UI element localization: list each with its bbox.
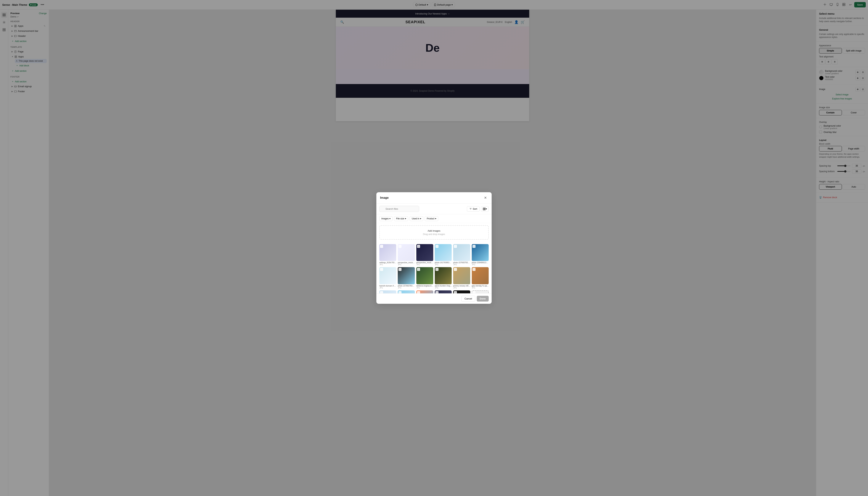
image-item[interactable]: jeremy-vessey-oM...JPG	[453, 267, 470, 289]
image-select-checkbox[interactable]	[417, 268, 420, 271]
done-button[interactable]: Done	[477, 296, 489, 301]
drop-zone-text: Drag and drop images	[384, 233, 484, 235]
image-filetype: JPG	[398, 287, 415, 289]
svg-rect-31	[483, 208, 484, 209]
image-filename: photo-1576837839...	[398, 285, 415, 287]
svg-rect-32	[484, 208, 485, 209]
image-select-checkbox[interactable]	[380, 291, 383, 293]
image-item[interactable]: settings_915fc793-1...JPG	[379, 244, 396, 266]
image-item[interactable]: promo-video-poste...JPG	[435, 290, 452, 293]
image-filetype: JPG	[435, 264, 452, 266]
modal-title: Image	[380, 196, 389, 200]
image-filetype: JPG	[435, 287, 452, 289]
image-filename: jeremy-vessey-oM...	[453, 285, 470, 287]
image-filename: gary-bendig-Yu-qa...	[472, 285, 489, 287]
image-filetype: JPG	[453, 287, 470, 289]
image-filetype: JPG	[416, 287, 433, 289]
image-select-checkbox[interactable]	[399, 291, 401, 293]
image-item[interactable]: photo-1599751449...WEBP	[416, 290, 433, 293]
filter-images-btn[interactable]: Images ▾	[379, 216, 392, 221]
image-filename: photo-1584890131...	[472, 262, 489, 264]
image-select-checkbox[interactable]	[472, 291, 476, 293]
image-select-checkbox[interactable]	[435, 268, 438, 271]
image-item[interactable]: photo-1576837839...JPG	[398, 267, 415, 289]
search-input-wrap: 🔍	[379, 206, 465, 212]
filter-file-size-btn[interactable]: File size ▾	[394, 216, 408, 221]
image-filename: perspective_mocku...	[398, 262, 415, 264]
image-item[interactable]: ●photo-1617939533...WEBP	[398, 290, 415, 293]
image-filetype: JPG	[453, 264, 470, 266]
image-filename: stefanos-kogkas-b...	[416, 285, 433, 287]
image-filename: hamish-duncan-XO...	[379, 285, 396, 287]
modal-drop-zone: Add images Drag and drop images	[379, 225, 489, 239]
image-select-checkbox[interactable]	[435, 291, 438, 293]
image-select-checkbox[interactable]	[417, 245, 420, 248]
add-images-button[interactable]: Add images	[428, 229, 440, 232]
image-item[interactable]: FullscreenSVG	[472, 290, 489, 293]
image-select-checkbox[interactable]	[435, 245, 438, 248]
modal-filters: Images ▾ File size ▾ Used in ▾ Product ▾	[376, 214, 492, 223]
image-filetype: JPG	[379, 264, 396, 266]
modal-footer: Cancel Done	[376, 293, 492, 304]
image-select-checkbox[interactable]	[472, 245, 476, 248]
image-filetype: JPG	[472, 264, 489, 266]
image-filetype: JPG	[379, 287, 396, 289]
sort-button[interactable]: Sort	[467, 206, 480, 212]
image-filename: settings_915fc793-1...	[379, 262, 396, 264]
image-item[interactable]: photo-1584890131...JPG	[472, 244, 489, 266]
svg-rect-33	[483, 209, 484, 210]
image-select-checkbox[interactable]	[472, 268, 476, 271]
modal-close-button[interactable]: ✕	[483, 195, 488, 200]
search-files-input[interactable]	[379, 206, 419, 212]
image-item[interactable]: hamish-duncan-XO...JPG	[379, 267, 396, 289]
modal-search-bar: 🔍 Sort ▾	[376, 204, 492, 214]
image-filetype: JPG	[398, 264, 415, 266]
image-grid: settings_915fc793-1...JPGperspective_moc…	[379, 244, 489, 293]
image-filename: aaron-burden-Xwg...	[435, 285, 452, 287]
image-filetype: JPG	[416, 264, 433, 266]
image-filename: photo-1576837839...	[453, 262, 470, 264]
image-item[interactable]: perspective_mocku...JPG	[416, 244, 433, 266]
image-select-checkbox[interactable]	[399, 245, 401, 248]
modal-overlay[interactable]: Image ✕ 🔍 Sort ▾ Images ▾	[0, 0, 868, 496]
image-item[interactable]: yann-allegre-yGprt...JPG	[379, 290, 396, 293]
image-item[interactable]: gary-bendig-Yu-qa...JPG	[472, 267, 489, 289]
image-select-checkbox[interactable]	[454, 268, 457, 271]
image-modal: Image ✕ 🔍 Sort ▾ Images ▾	[376, 192, 492, 304]
image-select-checkbox[interactable]	[380, 245, 383, 248]
view-toggle-button[interactable]: ▾	[481, 206, 489, 212]
modal-body: settings_915fc793-1...JPGperspective_moc…	[376, 242, 492, 293]
cancel-button[interactable]: Cancel	[461, 296, 475, 301]
image-item[interactable]: stefanos-kogkas-b...JPG	[416, 267, 433, 289]
image-filename: photo-1617939532...	[435, 262, 452, 264]
image-select-checkbox[interactable]	[380, 268, 383, 271]
image-select-checkbox[interactable]	[417, 291, 420, 293]
image-item[interactable]: perspective_mocku...JPG	[398, 244, 415, 266]
image-item[interactable]: photo-1576837839...JPG	[453, 244, 470, 266]
modal-header: Image ✕	[376, 192, 492, 204]
svg-rect-34	[484, 209, 485, 210]
image-item[interactable]: photo-1617939532...JPG	[435, 244, 452, 266]
image-item[interactable]: aaron-burden-Xwg...JPG	[435, 267, 452, 289]
filter-product-btn[interactable]: Product ▾	[425, 216, 438, 221]
image-select-checkbox[interactable]	[454, 245, 457, 248]
image-filename: perspective_mocku...	[416, 262, 433, 264]
image-select-checkbox[interactable]	[454, 291, 457, 293]
image-select-checkbox[interactable]	[399, 268, 401, 271]
image-filetype: JPG	[472, 287, 489, 289]
filter-used-in-btn[interactable]: Used in ▾	[409, 216, 423, 221]
image-item[interactable]: app-icon_ed5b30a...PNG	[453, 290, 470, 293]
